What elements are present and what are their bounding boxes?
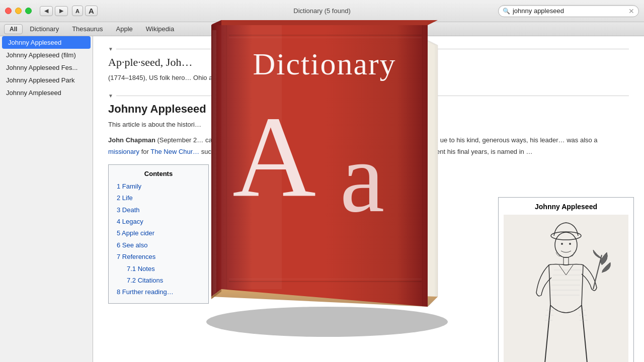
sidebar-item-festival[interactable]: Johnny Appleseed Fes... (0, 61, 93, 74)
tabs-bar: All Dictionary Thesaurus Apple Wikipedia (0, 22, 644, 36)
contents-item-further-reading[interactable]: 8 Further reading… (117, 286, 200, 298)
contents-box: Contents 1 Family 2 Life 3 Death 4 Legac… (108, 164, 209, 304)
sidebar-item-film[interactable]: Johnny Appleseed (film) (0, 49, 93, 61)
close-button[interactable] (5, 8, 12, 14)
dictionary-entry-title: Ap·ple·seed, Joh… (108, 56, 629, 69)
search-container: 🔍 ✕ (498, 5, 639, 17)
contents-item-notes[interactable]: 7.1 Notes (117, 263, 200, 275)
link-fort-wayne[interactable]: Fort Wayne (380, 148, 414, 155)
wikipedia-section-header: ▼ (108, 93, 629, 99)
wiki-body-text: John Chapman (September 2… can pioneer n… (108, 135, 629, 157)
back-button[interactable]: ◀ (40, 6, 53, 16)
sidebar: Johnny Appleseed Johnny Appleseed (film)… (0, 36, 93, 362)
collapse-triangle-wiki[interactable]: ▼ (108, 93, 113, 99)
search-icon: 🔍 (503, 8, 510, 15)
tab-apple[interactable]: Apple (110, 24, 139, 34)
divider-dict (116, 49, 629, 49)
traffic-lights (5, 8, 32, 14)
link-missionary[interactable]: missionary (108, 148, 139, 155)
divider-wiki (116, 96, 629, 96)
wiki-entry-title: Johnny Appleseed (108, 103, 629, 116)
contents-item-life[interactable]: 2 Life (117, 192, 200, 204)
contents-item-legacy[interactable]: 4 Legacy (117, 216, 200, 227)
sidebar-item-johnny-appleseed[interactable]: Johnny Appleseed (2, 36, 91, 49)
nav-buttons: ◀ ▶ (40, 6, 68, 16)
sidebar-image-title: Johnny Appleseed (504, 203, 628, 211)
search-input[interactable] (513, 7, 626, 15)
tab-wikipedia[interactable]: Wikipedia (140, 24, 180, 34)
font-size-buttons: A A (72, 6, 98, 16)
forward-button[interactable]: ▶ (55, 6, 68, 16)
search-box: 🔍 ✕ (498, 5, 639, 17)
main-layout: Johnny Appleseed Johnny Appleseed (film)… (0, 36, 644, 362)
footnote-a: [A] (359, 147, 365, 152)
wiki-sidebar-image: Johnny Appleseed (498, 197, 634, 362)
window-title: Dictionary (5 found) (293, 7, 350, 15)
font-decrease-button[interactable]: A (72, 6, 83, 16)
sidebar-item-ampleseed[interactable]: Johnny Ampleseed (0, 86, 93, 99)
content-area: ▼ Ap·ple·seed, Joh… (1774–1845), US folk… (93, 36, 644, 362)
johnny-appleseed-figure (504, 215, 628, 362)
tab-all[interactable]: All (4, 24, 23, 34)
contents-item-death[interactable]: 3 Death (117, 204, 200, 216)
font-increase-button[interactable]: A (85, 6, 98, 16)
figure-svg (504, 215, 628, 362)
contents-item-apple-cider[interactable]: 5 Apple cider (117, 227, 200, 239)
tab-dictionary[interactable]: Dictionary (24, 24, 65, 34)
contents-item-see-also[interactable]: 6 See also (117, 239, 200, 251)
svg-point-7 (569, 243, 571, 245)
svg-point-6 (561, 243, 563, 245)
dictionary-section-header: ▼ (108, 46, 629, 52)
contents-item-references[interactable]: 7 References (117, 251, 200, 262)
contents-item-citations[interactable]: 7.2 Citations (117, 275, 200, 286)
svg-rect-0 (504, 215, 628, 362)
link-nurseryman[interactable]: nurseryman (241, 136, 276, 144)
dictionary-entry-def: (1774–1845), US folk hero… Ohio and Indi… (108, 73, 629, 83)
tab-thesaurus[interactable]: Thesaurus (66, 24, 109, 34)
sidebar-item-park[interactable]: Johnny Appleseed Park (0, 74, 93, 86)
contents-header: Contents (117, 170, 200, 177)
wiki-person-name: John Chapman (108, 136, 155, 144)
wiki-entry-subtitle: This article is about the histori… (108, 120, 629, 130)
link-illinois[interactable]: Illinois (312, 136, 331, 144)
link-new-church[interactable]: The New Chur… (150, 148, 199, 155)
search-clear-button[interactable]: ✕ (628, 7, 634, 15)
contents-item-family[interactable]: 1 Family (117, 180, 200, 192)
maximize-button[interactable] (25, 8, 32, 14)
collapse-triangle-dict[interactable]: ▼ (108, 46, 113, 52)
titlebar: ◀ ▶ A A Dictionary (5 found) 🔍 ✕ (0, 0, 644, 22)
minimize-button[interactable] (15, 8, 22, 14)
